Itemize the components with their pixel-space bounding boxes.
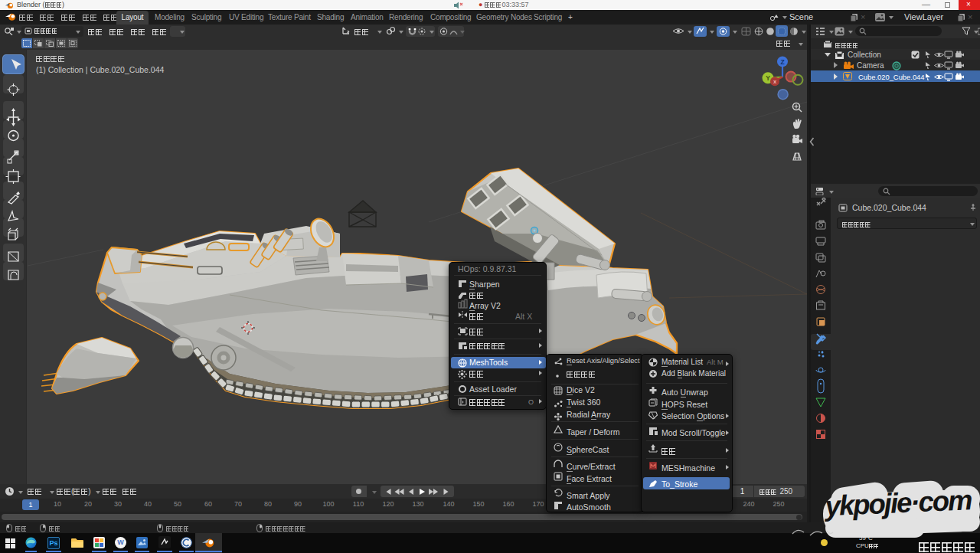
- svg-text:Z: Z: [780, 58, 784, 66]
- svg-text:Y: Y: [766, 74, 770, 82]
